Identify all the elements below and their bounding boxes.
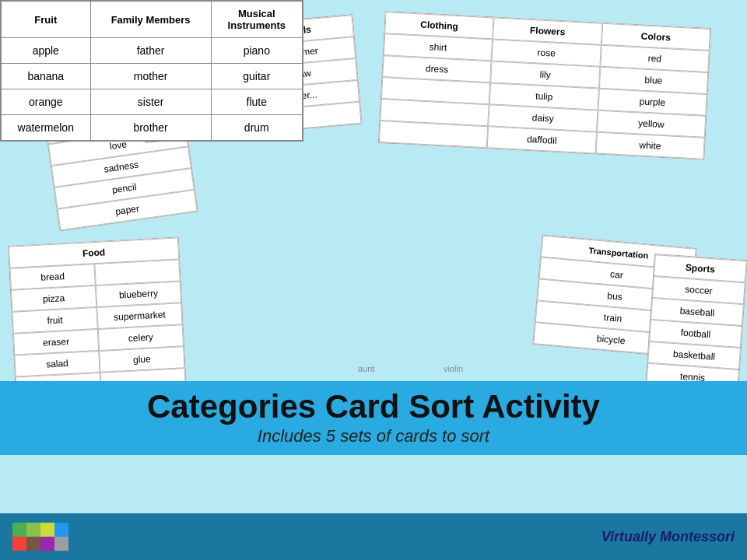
fruit-orange: orange [2, 89, 91, 115]
family-mother: mother [90, 64, 211, 89]
flower-daffodil: daffodil [487, 126, 597, 153]
banner-subtitle: Includes 5 sets of cards to sort [258, 426, 489, 446]
color-sq-red [12, 537, 26, 551]
family-sister: sister [90, 89, 211, 115]
main-card-sheet: Fruit Family Members MusicalInstruments … [0, 0, 303, 142]
main-table: Fruit Family Members MusicalInstruments … [1, 1, 303, 141]
banner-title: Categories Card Sort Activity [147, 390, 600, 423]
fruit-watermelon: watermelon [2, 115, 91, 141]
bottom-bar: Virtually Montessori [0, 513, 747, 560]
food-sheet: Food bread pizza blueberry fruit superma… [8, 236, 187, 399]
color-sq-lightgreen [26, 523, 40, 537]
instrument-flute: flute [211, 89, 302, 115]
brand-text: Virtually Montessori [601, 529, 735, 545]
fruit-banana: banana [2, 64, 91, 89]
color-sq-gray [54, 537, 68, 551]
color-sq-lime [40, 523, 54, 537]
banner: Categories Card Sort Activity Includes 5… [0, 381, 747, 455]
color-sq-green [12, 523, 26, 537]
fruit-apple: apple [2, 38, 91, 64]
clothing-extra3 [379, 121, 489, 148]
fruit-header: Fruit [2, 2, 91, 38]
table-row: banana mother guitar [2, 64, 303, 89]
color-sq-blue [54, 523, 68, 537]
family-header: Family Members [90, 2, 211, 38]
color-squares [12, 523, 75, 551]
instrument-piano: piano [211, 38, 302, 64]
sports-sheet: Sports soccer baseball football basketba… [645, 254, 747, 392]
color-sq-brown [26, 537, 40, 551]
musical-header: MusicalInstruments [211, 2, 302, 38]
table-row: watermelon brother drum [2, 115, 303, 141]
clothing-sheet: Clothing Flowers Colors shirt rose red d… [378, 11, 711, 160]
family-brother: brother [90, 115, 211, 141]
scattered-aunt: aunt [358, 364, 374, 373]
family-father: father [90, 38, 211, 64]
instrument-guitar: guitar [211, 64, 302, 89]
instrument-drum: drum [211, 115, 302, 141]
color-white: white [595, 132, 705, 159]
table-row: orange sister flute [2, 89, 303, 115]
scattered-violin: violin [444, 364, 463, 373]
table-row: apple father piano [2, 38, 303, 64]
color-sq-purple [40, 537, 54, 551]
